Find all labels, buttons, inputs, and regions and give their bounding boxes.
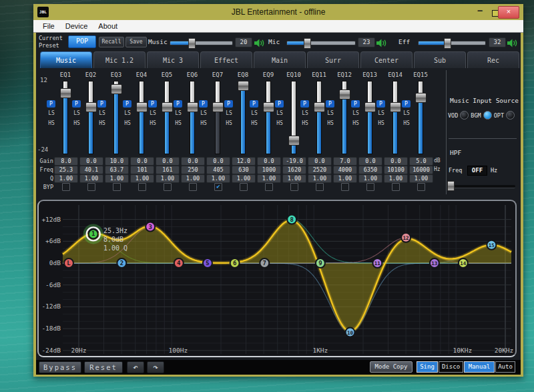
eq6-slider[interactable]: [190, 81, 195, 154]
eq15-gain-value[interactable]: 5.0: [409, 157, 433, 166]
undo-icon[interactable]: ↶: [127, 361, 144, 373]
eq8-freq-value[interactable]: 630: [232, 166, 256, 174]
eq13-gain-value[interactable]: 0.0: [358, 157, 382, 166]
title-bar[interactable]: JBL JBL Entertainment - offline – ×: [33, 4, 523, 20]
eq2-slider-handle[interactable]: [85, 102, 97, 112]
eq3-bypass-checkbox[interactable]: [113, 183, 121, 191]
eq4-ls-button[interactable]: LS: [122, 110, 133, 116]
eq7-gain-value[interactable]: 0.0: [206, 157, 230, 166]
eq13-p-button[interactable]: P: [351, 100, 360, 108]
mode-copy-button[interactable]: Mode Copy: [370, 361, 413, 373]
eq8-slider-handle[interactable]: [238, 81, 249, 91]
eq15-slider[interactable]: [418, 81, 423, 154]
eq14-bypass-checkbox[interactable]: [392, 183, 400, 191]
eq6-bypass-checkbox[interactable]: [189, 183, 197, 191]
eq-point-12[interactable]: 12: [401, 233, 411, 242]
eq11-freq-value[interactable]: 2520: [308, 166, 332, 174]
hpf-freq-value[interactable]: OFF: [467, 166, 487, 176]
preset-value-button[interactable]: POP: [68, 35, 96, 48]
tab-mic-1-2[interactable]: Mic 1.2: [93, 51, 146, 68]
eq8-slider[interactable]: [240, 81, 246, 154]
eq3-p-button[interactable]: P: [97, 100, 106, 108]
eq14-p-button[interactable]: P: [376, 100, 385, 108]
eq14-slider-handle[interactable]: [390, 102, 401, 112]
eq9-gain-value[interactable]: 0.0: [257, 157, 281, 166]
eq3-slider-handle[interactable]: [111, 84, 122, 94]
menu-item-device[interactable]: Device: [61, 21, 92, 31]
eq-point-6[interactable]: 6: [230, 258, 240, 268]
eff-volume-slider[interactable]: [418, 41, 486, 45]
eq7-hs-button[interactable]: HS: [198, 120, 209, 126]
eq8-hs-button[interactable]: HS: [224, 120, 234, 126]
eq6-hs-button[interactable]: HS: [173, 120, 184, 126]
eq7-ls-button[interactable]: LS: [198, 110, 209, 116]
eq5-gain-value[interactable]: 0.0: [156, 157, 180, 166]
eq14-freq-value[interactable]: 10100: [384, 166, 408, 174]
eq2-ls-button[interactable]: LS: [71, 110, 82, 116]
tab-mic-3[interactable]: Mic 3: [147, 51, 199, 68]
eq15-p-button[interactable]: P: [402, 100, 411, 108]
eq13-hs-button[interactable]: HS: [350, 120, 361, 126]
eq9-q-value[interactable]: 1.00: [257, 174, 281, 183]
eq4-bypass-checkbox[interactable]: [138, 183, 146, 191]
eq6-freq-value[interactable]: 250: [181, 166, 205, 174]
recall-button[interactable]: Recall: [99, 37, 124, 47]
eq4-slider-handle[interactable]: [136, 102, 148, 112]
eq4-p-button[interactable]: P: [123, 100, 131, 108]
eq-point-3[interactable]: 3: [146, 222, 155, 232]
mic-speaker-icon[interactable]: [376, 37, 387, 46]
eq10-q-value[interactable]: 1.00: [282, 174, 306, 183]
eq7-q-value[interactable]: 1.00: [206, 174, 230, 183]
eq8-q-value[interactable]: 1.00: [232, 174, 256, 183]
eq5-q-value[interactable]: 1.00: [156, 174, 180, 183]
eq3-ls-button[interactable]: LS: [97, 110, 107, 116]
eq-point-2[interactable]: 2: [117, 258, 126, 268]
eq13-ls-button[interactable]: LS: [350, 110, 361, 116]
eq5-ls-button[interactable]: LS: [148, 110, 158, 116]
hpf-slider-handle[interactable]: [447, 181, 455, 191]
eq2-hs-button[interactable]: HS: [71, 120, 82, 126]
mode-auto-button[interactable]: Auto: [495, 361, 515, 373]
eq7-slider[interactable]: [215, 81, 220, 154]
eq13-slider-handle[interactable]: [364, 102, 376, 112]
eq15-bypass-checkbox[interactable]: [417, 183, 425, 191]
music-volume-value[interactable]: 20: [235, 37, 252, 47]
eq3-hs-button[interactable]: HS: [97, 120, 107, 126]
eq-point-8[interactable]: 8: [287, 215, 296, 224]
eq6-q-value[interactable]: 1.00: [181, 174, 205, 183]
eq1-bypass-checkbox[interactable]: [62, 183, 70, 191]
eq-point-15[interactable]: 15: [487, 240, 496, 250]
eq6-ls-button[interactable]: LS: [173, 110, 184, 116]
eq10-slider-handle[interactable]: [288, 136, 300, 146]
eq9-freq-value[interactable]: 1000: [257, 166, 281, 174]
menu-item-about[interactable]: About: [94, 21, 121, 31]
eq12-bypass-checkbox[interactable]: [341, 183, 349, 191]
eq5-bypass-checkbox[interactable]: [164, 183, 172, 191]
eq5-freq-value[interactable]: 161: [156, 166, 180, 174]
eq-point-10[interactable]: 10: [346, 328, 355, 337]
mode-disco-button[interactable]: Disco: [439, 361, 463, 373]
mode-sing-button[interactable]: Sing: [417, 361, 438, 373]
eq5-hs-button[interactable]: HS: [148, 120, 158, 126]
eq12-p-button[interactable]: P: [326, 100, 334, 108]
eq2-p-button[interactable]: P: [72, 100, 81, 108]
eq7-freq-value[interactable]: 405: [206, 166, 230, 174]
eq9-hs-button[interactable]: HS: [249, 120, 260, 126]
eq7-p-button[interactable]: P: [199, 100, 208, 108]
eq6-slider-handle[interactable]: [187, 102, 198, 112]
eff-volume-value[interactable]: 32: [489, 37, 506, 47]
eq12-slider-handle[interactable]: [339, 89, 350, 100]
reset-button[interactable]: Reset: [84, 361, 123, 373]
eq15-hs-button[interactable]: HS: [401, 120, 412, 126]
tab-effect[interactable]: Effect: [200, 51, 252, 68]
eq3-q-value[interactable]: 1.00: [105, 174, 129, 183]
minimize-button[interactable]: –: [474, 7, 486, 17]
eq14-hs-button[interactable]: HS: [376, 120, 386, 126]
eq8-p-button[interactable]: P: [224, 100, 233, 108]
eq9-ls-button[interactable]: LS: [249, 110, 260, 116]
eq10-freq-value[interactable]: 1620: [282, 166, 306, 174]
eq12-ls-button[interactable]: LS: [325, 110, 336, 116]
eq14-gain-value[interactable]: 0.0: [384, 157, 408, 166]
eq7-bypass-checkbox[interactable]: ✔: [214, 183, 222, 191]
eq4-freq-value[interactable]: 101: [130, 166, 154, 174]
